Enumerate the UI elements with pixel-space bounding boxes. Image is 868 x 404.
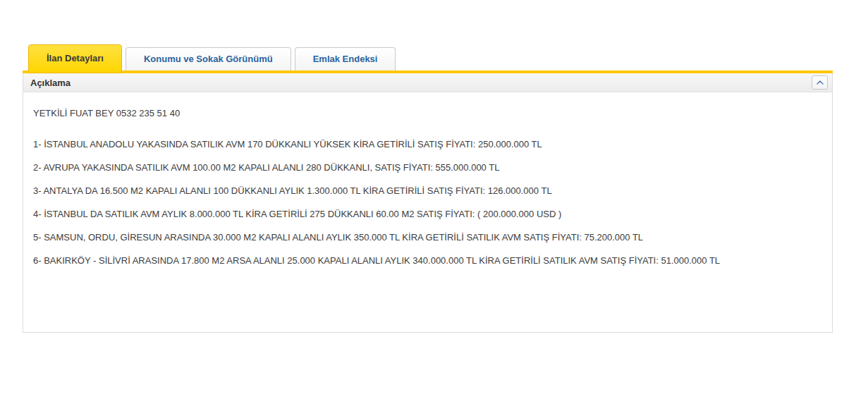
chevron-up-icon — [816, 80, 824, 85]
listing-item-4: 4- İSTANBUL DA SATILIK AVM AYLIK 8.000.0… — [33, 207, 822, 221]
description-body: YETKİLİ FUAT BEY 0532 235 51 40 1- İSTAN… — [23, 92, 832, 332]
listing-item-2: 2- AVRUPA YAKASINDA SATILIK AVM 100.00 M… — [33, 161, 822, 175]
contact-line: YETKİLİ FUAT BEY 0532 235 51 40 — [33, 106, 822, 121]
tab-ilan-detaylari[interactable]: İlan Detayları — [28, 44, 122, 73]
panel-header: Açıklama — [23, 73, 832, 92]
tab-bar: İlan Detayları Konumu ve Sokak Görünümü … — [23, 44, 833, 73]
listing-item-5: 5- SAMSUN, ORDU, GİRESUN ARASINDA 30.000… — [33, 231, 822, 245]
panel-title: Açıklama — [30, 78, 71, 88]
listing-item-3: 3- ANTALYA DA 16.500 M2 KAPALI ALANLI 10… — [33, 184, 822, 198]
tab-konumu-ve-sokak-gorunumu[interactable]: Konumu ve Sokak Görünümü — [126, 47, 291, 71]
listing-detail-page: İlan Detayları Konumu ve Sokak Görünümü … — [0, 0, 833, 333]
tab-emlak-endeksi[interactable]: Emlak Endeksi — [295, 47, 396, 71]
listing-item-6: 6- BAKIRKÖY - SİLİVRİ ARASINDA 17.800 M2… — [33, 254, 822, 268]
aciklama-panel: Açıklama YETKİLİ FUAT BEY 0532 235 51 40… — [23, 73, 833, 333]
collapse-panel-button[interactable] — [812, 75, 828, 90]
listing-item-1: 1- İSTANBUL ANADOLU YAKASINDA SATILIK AV… — [33, 137, 822, 152]
